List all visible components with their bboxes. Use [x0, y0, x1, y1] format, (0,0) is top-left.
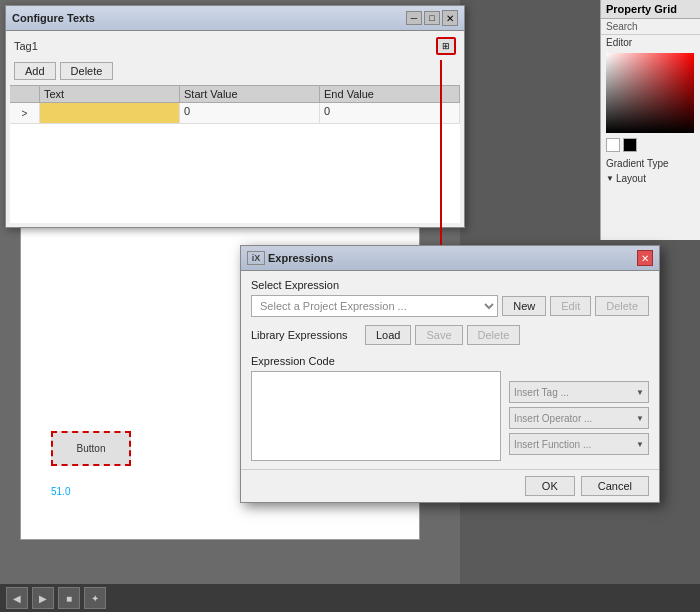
property-search: Search — [601, 19, 700, 35]
col-text-header: Text — [40, 86, 180, 102]
two-pane: Expression Code Insert Tag ... ▼ Insert … — [251, 355, 649, 461]
library-expressions-label: Library Expressions — [251, 329, 361, 341]
right-controls: Insert Tag ... ▼ Insert Operator ... ▼ I… — [509, 355, 649, 461]
maximize-button[interactable]: □ — [424, 11, 440, 25]
expressions-close-button[interactable]: ✕ — [637, 250, 653, 266]
lib-delete-button[interactable]: Delete — [467, 325, 521, 345]
new-button[interactable]: New — [502, 296, 546, 316]
delete-button[interactable]: Delete — [60, 62, 114, 80]
property-grid-title: Property Grid — [606, 3, 677, 15]
button-element-label: Button — [77, 443, 106, 454]
expression-code-area[interactable] — [251, 371, 501, 461]
row-arrow: > — [10, 103, 40, 123]
taskbar-icon-4[interactable]: ✦ — [84, 587, 106, 609]
insert-operator-select[interactable]: Insert Operator ... ▼ — [509, 407, 649, 429]
select-expression-row: Select a Project Expression ... New Edit… — [251, 295, 649, 317]
configure-toolbar: Add Delete — [10, 60, 460, 82]
ix-logo: iX — [247, 251, 265, 265]
property-grid-panel: Property Grid Search Editor Gradient Typ… — [600, 0, 700, 240]
row-text[interactable] — [40, 103, 180, 123]
col-arrow-header — [10, 86, 40, 102]
delete-expression-button[interactable]: Delete — [595, 296, 649, 316]
tag-row: Tag1 ⊞ — [10, 35, 460, 57]
configure-dialog-title: Configure Texts — [12, 12, 95, 24]
insert-operator-label: Insert Operator ... — [514, 413, 592, 424]
property-editor-label: Editor — [601, 35, 700, 50]
insert-operator-arrow: ▼ — [636, 414, 644, 423]
expressions-dialog: iX Expressions ✕ Select Expression Selec… — [240, 245, 660, 503]
color-swatch-black[interactable] — [623, 138, 637, 152]
taskbar-icon-2[interactable]: ▶ — [32, 587, 54, 609]
tag-expression-button[interactable]: ⊞ — [436, 37, 456, 55]
configure-close-icon: ✕ — [446, 13, 454, 24]
configure-dialog-titlebar: Configure Texts ─ □ ✕ — [6, 6, 464, 31]
expressions-close-icon: ✕ — [641, 253, 649, 264]
taskbar-icon-1[interactable]: ◀ — [6, 587, 28, 609]
configure-close-button[interactable]: ✕ — [442, 10, 458, 26]
add-button[interactable]: Add — [14, 62, 56, 80]
cancel-button[interactable]: Cancel — [581, 476, 649, 496]
color-picker[interactable] — [606, 53, 694, 133]
tag-expression-icon: ⊞ — [442, 41, 450, 51]
expression-code-section: Expression Code — [251, 355, 501, 461]
select-expression-label: Select Expression — [251, 279, 649, 291]
arrow-line — [440, 60, 442, 260]
collapse-arrow: ▼ — [606, 174, 614, 183]
coord-y: 51.0 — [51, 486, 70, 497]
configure-dialog: Configure Texts ─ □ ✕ Tag1 ⊞ Add Delete … — [5, 5, 465, 228]
button-element[interactable]: Button — [51, 431, 131, 466]
tag-label: Tag1 — [14, 40, 38, 52]
load-button[interactable]: Load — [365, 325, 411, 345]
expression-select[interactable]: Select a Project Expression ... — [251, 295, 498, 317]
edit-button[interactable]: Edit — [550, 296, 591, 316]
insert-tag-select[interactable]: Insert Tag ... ▼ — [509, 381, 649, 403]
minimize-button[interactable]: ─ — [406, 11, 422, 25]
insert-function-arrow: ▼ — [636, 440, 644, 449]
configure-dialog-body: Tag1 ⊞ Add Delete Text Start Value End V… — [6, 31, 464, 227]
property-search-label: Search — [606, 21, 638, 32]
taskbar-icon-3[interactable]: ■ — [58, 587, 80, 609]
taskbar: ◀ ▶ ■ ✦ — [0, 584, 700, 612]
table-row[interactable]: > 0 0 — [10, 103, 460, 124]
col-start-header: Start Value — [180, 86, 320, 102]
table-header: Text Start Value End Value — [10, 85, 460, 103]
property-grid-header: Property Grid — [601, 0, 700, 19]
expressions-title: Expressions — [268, 252, 333, 264]
expressions-body: Select Expression Select a Project Expre… — [241, 271, 659, 469]
red-arrow — [435, 60, 447, 270]
ok-button[interactable]: OK — [525, 476, 575, 496]
layout-section: ▼ Layout — [601, 171, 700, 186]
insert-tag-arrow: ▼ — [636, 388, 644, 397]
gradient-type-label: Gradient Type — [601, 156, 700, 171]
expressions-footer: OK Cancel — [241, 469, 659, 502]
save-button[interactable]: Save — [415, 325, 462, 345]
spacer — [509, 355, 649, 377]
table-body: > 0 0 — [10, 103, 460, 223]
insert-tag-label: Insert Tag ... — [514, 387, 569, 398]
library-row: Library Expressions Load Save Delete — [251, 325, 649, 345]
row-start: 0 — [180, 103, 320, 123]
expressions-titlebar: iX Expressions ✕ — [241, 246, 659, 271]
expression-code-label: Expression Code — [251, 355, 501, 367]
insert-function-label: Insert Function ... — [514, 439, 591, 450]
layout-label: Layout — [616, 173, 646, 184]
insert-function-select[interactable]: Insert Function ... ▼ — [509, 433, 649, 455]
color-swatch-white[interactable] — [606, 138, 620, 152]
